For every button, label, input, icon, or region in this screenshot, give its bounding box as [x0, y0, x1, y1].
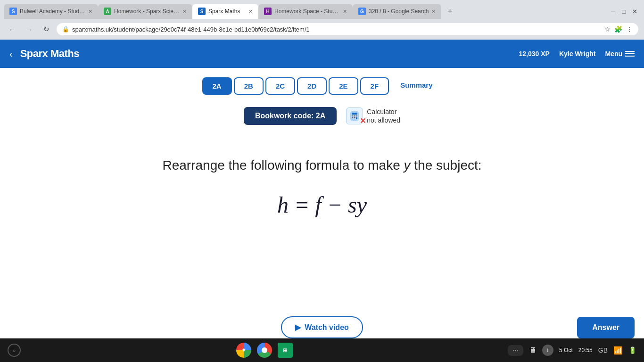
- battery-icon[interactable]: 🔋: [628, 346, 636, 354]
- forward-nav-button[interactable]: →: [23, 23, 36, 36]
- task-tab-2e[interactable]: 2E: [329, 77, 358, 95]
- bookwork-row: Bookwork code: 2A ✕ Calculatornot allowe…: [0, 99, 644, 130]
- watch-video-label: Watch video: [305, 323, 349, 332]
- calculator-icon: ✕: [346, 107, 363, 124]
- task-tab-2a[interactable]: 2A: [202, 77, 232, 95]
- menu-button[interactable]: Menu: [605, 50, 635, 58]
- tab-2a-label: 2A: [213, 82, 222, 90]
- taskbar-sheets-icon[interactable]: ⊞: [278, 343, 293, 358]
- tab-2f-label: 2F: [371, 82, 379, 90]
- back-nav-button[interactable]: ←: [6, 23, 19, 36]
- wifi-icon[interactable]: 📶: [613, 346, 623, 355]
- address-bar-row: ← → ↻ 🔒 sparxmaths.uk/student/package/29…: [0, 19, 644, 40]
- chrome-center: [262, 347, 267, 353]
- taskbar-right: ⋯ 🖥 i 5 Oct 20:55 GB 📶 🔋: [508, 345, 636, 356]
- svg-rect-7: [356, 117, 357, 119]
- browser-tab-1[interactable]: S Bulwell Academy - Student H... ✕: [4, 4, 98, 19]
- tab-2e-label: 2E: [339, 82, 347, 90]
- tab-2b-label: 2B: [244, 82, 253, 90]
- hamburger-icon: [625, 51, 635, 57]
- tab5-favicon: G: [358, 8, 366, 15]
- tab1-title: Bulwell Academy - Student H...: [20, 8, 85, 15]
- task-tab-summary[interactable]: Summary: [391, 77, 442, 95]
- watch-video-button[interactable]: ▶ Watch video: [281, 316, 363, 338]
- header-right: 12,030 XP Kyle Wright Menu: [519, 50, 635, 58]
- system-circle-icon[interactable]: ○: [8, 344, 21, 357]
- video-icon: ▶: [295, 323, 301, 332]
- calc-svg: [350, 111, 359, 121]
- close-window-button[interactable]: ✕: [631, 8, 638, 15]
- back-button[interactable]: ‹: [9, 49, 13, 59]
- math-formula: h = f − sy: [9, 192, 635, 218]
- xp-badge: 12,030 XP: [519, 50, 550, 58]
- browser-tab-3[interactable]: S Sparx Maths ✕: [192, 4, 258, 19]
- tab4-close[interactable]: ✕: [343, 8, 347, 15]
- calculator-label: Calculatornot allowed: [367, 107, 400, 124]
- question-text-after: the subject:: [414, 158, 481, 173]
- address-bar-actions: ☆ 🧩 ⋮: [604, 25, 633, 33]
- taskbar-chrome-icon[interactable]: [257, 343, 272, 358]
- lock-icon: 🔒: [62, 26, 69, 33]
- app-header: ‹ Sparx Maths 12,030 XP Kyle Wright Menu: [0, 40, 644, 68]
- calculator-info: ✕ Calculatornot allowed: [346, 107, 400, 124]
- svg-rect-1: [352, 113, 357, 115]
- svg-rect-6: [354, 117, 355, 118]
- monitor-icon[interactable]: 🖥: [529, 346, 537, 354]
- svg-rect-3: [354, 115, 355, 116]
- tab1-favicon: S: [9, 8, 17, 15]
- task-tab-2b[interactable]: 2B: [234, 77, 264, 95]
- menu-label: Menu: [605, 50, 622, 58]
- maximize-button[interactable]: □: [620, 8, 627, 15]
- gemini-label: ✦: [241, 347, 246, 354]
- browser-chrome: S Bulwell Academy - Student H... ✕ A Hom…: [0, 0, 644, 40]
- svg-rect-2: [352, 115, 353, 116]
- address-bar[interactable]: 🔒 sparxmaths.uk/student/package/29e0c74f…: [57, 23, 638, 35]
- system-dot: ○: [13, 348, 16, 353]
- tab3-favicon: S: [198, 8, 206, 15]
- bookwork-code: Bookwork code: 2A: [244, 107, 337, 125]
- tab3-close[interactable]: ✕: [248, 8, 253, 15]
- tab2-close[interactable]: ✕: [182, 8, 187, 15]
- task-tab-2c[interactable]: 2C: [265, 77, 295, 95]
- sheets-label: ⊞: [283, 347, 287, 354]
- info-icon[interactable]: i: [542, 345, 553, 356]
- taskbar-center: ✦ ⊞: [21, 343, 508, 358]
- taskbar-tray: ⋯: [508, 345, 523, 356]
- question-text-before: Rearrange the following formula to make: [162, 158, 400, 173]
- tab2-favicon: A: [104, 8, 111, 15]
- new-tab-button[interactable]: +: [443, 5, 456, 18]
- task-tab-2d[interactable]: 2D: [297, 77, 327, 95]
- reload-button[interactable]: ↻: [40, 23, 53, 36]
- taskbar-gemini-icon[interactable]: ✦: [236, 343, 251, 358]
- taskbar-date: 5 Oct: [559, 347, 573, 354]
- tab1-close[interactable]: ✕: [88, 8, 92, 15]
- task-tab-2f[interactable]: 2F: [360, 77, 389, 95]
- question-variable: y: [404, 158, 411, 173]
- taskbar-left: ○: [8, 344, 21, 357]
- svg-rect-5: [352, 117, 353, 118]
- tab5-close[interactable]: ✕: [431, 8, 436, 15]
- user-name: Kyle Wright: [559, 50, 596, 58]
- extensions-icon[interactable]: 🧩: [614, 25, 622, 33]
- tray-dots-icon[interactable]: ⋯: [512, 347, 519, 354]
- bookmark-icon[interactable]: ☆: [604, 25, 611, 33]
- bottom-bar: ▶ Watch video Answer: [0, 316, 644, 338]
- tab4-title: Homework Space - StudyX: [274, 8, 340, 15]
- svg-rect-4: [356, 115, 357, 116]
- browser-tab-5[interactable]: G 320 / 8 - Google Search ✕: [353, 4, 441, 19]
- tab5-title: 320 / 8 - Google Search: [369, 8, 429, 15]
- answer-button[interactable]: Answer: [577, 317, 635, 338]
- tab2-title: Homework - Sparx Science: [114, 8, 180, 15]
- storage-label: GB: [598, 346, 608, 354]
- calc-x-icon: ✕: [360, 116, 366, 125]
- tab-2c-label: 2C: [276, 82, 285, 90]
- minimize-button[interactable]: ─: [610, 8, 617, 15]
- browser-tab-2[interactable]: A Homework - Sparx Science ✕: [98, 4, 192, 19]
- tab3-title: Sparx Maths: [208, 8, 246, 15]
- address-text: sparxmaths.uk/student/package/29e0c74f-4…: [72, 26, 598, 33]
- browser-tab-4[interactable]: H Homework Space - StudyX ✕: [258, 4, 353, 19]
- app-logo: Sparx Maths: [20, 48, 79, 60]
- tab4-favicon: H: [264, 8, 272, 15]
- tab-2d-label: 2D: [307, 82, 316, 90]
- browser-menu-icon[interactable]: ⋮: [626, 25, 633, 33]
